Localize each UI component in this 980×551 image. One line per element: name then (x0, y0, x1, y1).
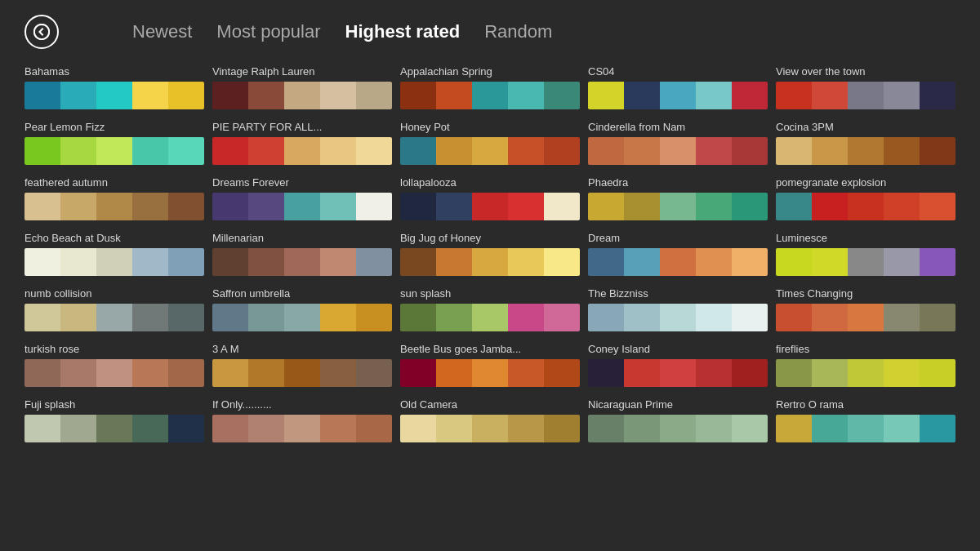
palette-item[interactable]: pomegranate explosion (776, 176, 956, 220)
color-swatch (776, 137, 812, 165)
palette-name: Rertro O rama (776, 398, 956, 411)
color-swatch (544, 193, 580, 220)
color-swatch (400, 82, 436, 109)
palette-item[interactable]: Dream (588, 232, 768, 276)
app-header: NewestMost popularHighest ratedRandom (0, 0, 980, 57)
swatch-row (400, 82, 580, 109)
color-swatch (96, 82, 132, 109)
palette-item[interactable]: View over the town (776, 65, 956, 109)
color-swatch (660, 248, 696, 276)
color-swatch (884, 359, 920, 387)
swatch-row (24, 137, 204, 165)
palette-item[interactable]: Cinderella from Nam (588, 121, 768, 165)
color-swatch (400, 137, 436, 165)
palette-item[interactable]: fireflies (776, 343, 956, 387)
palette-item[interactable]: Dreams Forever (212, 176, 392, 220)
palette-item[interactable]: PIE PARTY FOR ALL... (212, 121, 392, 165)
color-swatch (848, 82, 884, 109)
palette-item[interactable]: numb collision (24, 287, 204, 331)
palette-item[interactable]: Coney Island (588, 343, 768, 387)
palette-item[interactable]: Millenarian (212, 232, 392, 276)
color-swatch (848, 248, 884, 276)
color-swatch (544, 82, 580, 109)
palette-name: fireflies (776, 343, 956, 355)
back-button[interactable] (24, 15, 59, 49)
palette-item[interactable]: The Bizzniss (588, 287, 768, 331)
palette-item[interactable]: Bahamas (24, 65, 204, 109)
palette-item[interactable]: Honey Pot (400, 121, 580, 165)
swatch-row (24, 415, 204, 442)
palette-item[interactable]: Phaedra (588, 176, 768, 220)
color-swatch (60, 248, 96, 276)
palette-name: feathered autumn (24, 176, 204, 189)
swatch-row (588, 193, 768, 220)
palette-item[interactable]: feathered autumn (24, 176, 204, 220)
color-swatch (284, 137, 320, 165)
color-swatch (884, 304, 920, 331)
color-swatch (436, 248, 472, 276)
palette-item[interactable]: Old Camera (400, 398, 580, 442)
palette-item[interactable]: Vintage Ralph Lauren (212, 65, 392, 109)
palette-item[interactable]: Echo Beach at Dusk (24, 232, 204, 276)
swatch-row (24, 193, 204, 220)
palette-item[interactable]: Saffron umbrella (212, 287, 392, 331)
palette-item[interactable]: lollapalooza (400, 176, 580, 220)
color-swatch (588, 193, 624, 220)
nav-item-newest[interactable]: Newest (132, 21, 192, 42)
palette-item[interactable]: Fuji splash (24, 398, 204, 442)
color-swatch (812, 137, 848, 165)
color-swatch (248, 137, 284, 165)
nav-item-random[interactable]: Random (484, 21, 552, 42)
palette-item[interactable]: Appalachian Spring (400, 65, 580, 109)
color-swatch (168, 415, 204, 442)
palette-item[interactable]: Times Changing (776, 287, 956, 331)
color-swatch (920, 82, 956, 109)
palette-item[interactable]: Big Jug of Honey (400, 232, 580, 276)
color-swatch (212, 248, 248, 276)
palette-name: Dreams Forever (212, 176, 392, 189)
color-swatch (284, 248, 320, 276)
palette-item[interactable]: If Only.......... (212, 398, 392, 442)
palette-item[interactable]: Beetle Bus goes Jamba... (400, 343, 580, 387)
color-swatch (696, 415, 732, 442)
swatch-row (588, 415, 768, 442)
color-swatch (508, 82, 544, 109)
palette-item[interactable]: Luminesce (776, 232, 956, 276)
color-swatch (812, 304, 848, 331)
color-swatch (400, 248, 436, 276)
color-swatch (920, 248, 956, 276)
color-swatch (400, 304, 436, 331)
color-swatch (248, 415, 284, 442)
color-swatch (588, 415, 624, 442)
color-swatch (60, 359, 96, 387)
color-swatch (660, 415, 696, 442)
palette-item[interactable]: Cocina 3PM (776, 121, 956, 165)
palette-item[interactable]: turkish rose (24, 343, 204, 387)
swatch-row (400, 359, 580, 387)
color-swatch (436, 82, 472, 109)
palette-item[interactable]: Pear Lemon Fizz (24, 121, 204, 165)
palette-name: Cinderella from Nam (588, 121, 768, 133)
color-swatch (624, 137, 660, 165)
nav-item-most-popular[interactable]: Most popular (216, 21, 320, 42)
palette-item[interactable]: 3 A M (212, 343, 392, 387)
swatch-row (776, 359, 956, 387)
color-swatch (400, 193, 436, 220)
palette-item[interactable]: Nicaraguan Prime (588, 398, 768, 442)
color-swatch (320, 193, 356, 220)
color-swatch (96, 137, 132, 165)
palette-name: Echo Beach at Dusk (24, 232, 204, 244)
color-swatch (284, 415, 320, 442)
nav-item-highest-rated[interactable]: Highest rated (345, 21, 461, 42)
palette-item[interactable]: Rertro O rama (776, 398, 956, 442)
palette-item[interactable]: sun splash (400, 287, 580, 331)
palette-name: turkish rose (24, 343, 204, 355)
color-swatch (356, 193, 392, 220)
swatch-row (776, 415, 956, 442)
color-swatch (884, 193, 920, 220)
color-swatch (732, 193, 768, 220)
swatch-row (212, 359, 392, 387)
color-swatch (320, 304, 356, 331)
palette-item[interactable]: CS04 (588, 65, 768, 109)
swatch-row (588, 304, 768, 331)
